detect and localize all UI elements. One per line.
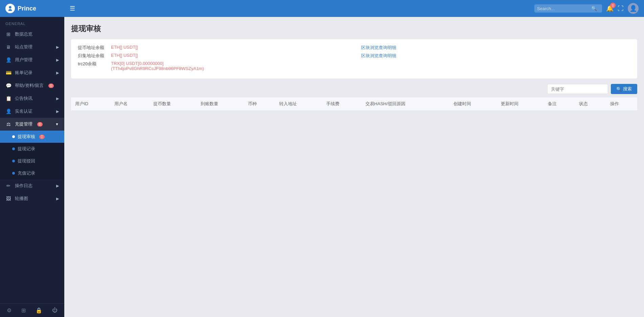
scale-icon: ⚖: [5, 121, 12, 127]
content-area: 提现审核 提币地址余额 ETH[] USDT[] 归集地址余额 ETH[] US…: [64, 17, 644, 317]
info-row-link2: 区块浏览查询明细: [361, 53, 631, 59]
info-col-left: 提币地址余额 ETH[] USDT[] 归集地址余额 ETH[] USDT[] …: [78, 45, 348, 73]
sidebar-item-deposit-manage[interactable]: ⚖ 充提管理 0 ▼: [0, 118, 64, 131]
sidebar-label-site: 站点管理: [15, 44, 32, 50]
submenu-withdraw-record[interactable]: 提现记录: [0, 143, 64, 155]
collect-address-label: 归集地址余额: [78, 53, 108, 59]
table-head: 用户ID 用户名 提币数量 到账数量 币种 转入地址 手续费 交易HASH/驳回…: [71, 97, 637, 111]
sidebar-label-help: 帮助/资料/留言: [15, 83, 44, 89]
chevron-right-icon: ▶: [56, 45, 59, 49]
sidebar-item-user-manage[interactable]: 👤 用户管理 ▶: [0, 53, 64, 66]
table-header-row: 用户ID 用户名 提币数量 到账数量 币种 转入地址 手续费 交易HASH/驳回…: [71, 97, 637, 111]
bell-badge: 0: [610, 3, 616, 8]
settings-icon[interactable]: ⚙: [7, 307, 12, 314]
logo-area: Prince: [5, 4, 70, 13]
col-created-time: 创建时间: [449, 97, 497, 111]
logo-icon: [5, 4, 15, 13]
sidebar: GENERAL ⊞ 数据总览 🖥 站点管理 ▶ 👤 用户管理 ▶ 💳 账单记录 …: [0, 17, 64, 317]
sidebar-item-carousel[interactable]: 🖼 轮播图 ▶: [0, 192, 64, 205]
info-row-withdraw: 提币地址余额 ETH[] USDT[]: [78, 45, 348, 51]
chevron-right-icon6: ▶: [56, 184, 59, 188]
search-submit-icon: 🔍: [616, 87, 622, 92]
table-search-bar: 🔍 搜索: [71, 84, 637, 94]
blockchain-link-2[interactable]: 区块浏览查询明细: [361, 53, 396, 59]
power-icon[interactable]: ⏻: [52, 307, 58, 314]
grid-icon[interactable]: ⊞: [21, 307, 26, 314]
col-username: 用户名: [110, 97, 150, 111]
sidebar-item-operation-log[interactable]: ✏ 操作日志 ▶: [0, 179, 64, 192]
page-title: 提现审核: [71, 24, 637, 34]
withdraw-address-value: ETH[] USDT[]: [111, 45, 138, 50]
submenu-label-withdraw-record: 提现记录: [18, 146, 35, 152]
sidebar-label-user: 用户管理: [15, 57, 32, 63]
table-wrapper: 用户ID 用户名 提币数量 到账数量 币种 转入地址 手续费 交易HASH/驳回…: [71, 97, 637, 111]
help-icon: 💬: [5, 83, 12, 88]
top-header: Prince ☰ 🔍 🔔 0 ⛶ 👤: [0, 0, 644, 17]
user-icon: 👤: [5, 57, 12, 63]
submenu-label-recharge: 充值记录: [18, 170, 35, 176]
sidebar-label-log: 操作日志: [15, 183, 32, 189]
sidebar-bottom: ⚙ ⊞ 🔒 ⏻: [0, 303, 64, 317]
sidebar-label-account: 账单记录: [15, 70, 32, 76]
blockchain-link-1[interactable]: 区块浏览查询明细: [361, 45, 396, 51]
user-avatar[interactable]: 👤: [628, 3, 639, 14]
col-action: 操作: [606, 97, 637, 111]
sidebar-label-kyc: 实名认证: [15, 108, 32, 114]
col-transfer-address: 转入地址: [275, 97, 323, 111]
submenu-withdraw-audit[interactable]: 提现审核 0: [0, 131, 64, 143]
header-right: 🔍 🔔 0 ⛶ 👤: [534, 3, 639, 14]
info-card: 提币地址余额 ETH[] USDT[] 归集地址余额 ETH[] USDT[] …: [71, 39, 637, 78]
withdraw-address-label: 提币地址余额: [78, 45, 108, 51]
chevron-right-icon2: ▶: [56, 58, 59, 62]
help-badge: 0: [48, 84, 54, 88]
col-status: 状态: [575, 97, 606, 111]
app-name: Prince: [18, 5, 36, 12]
sidebar-item-kyc[interactable]: 👤 实名认证 ▶: [0, 105, 64, 118]
sidebar-item-dashboard[interactable]: ⊞ 数据总览: [0, 28, 64, 41]
col-user-id: 用户ID: [71, 97, 110, 111]
keyword-input[interactable]: [547, 84, 608, 94]
submenu-dot-2: [12, 148, 15, 150]
chevron-right-icon3: ▶: [56, 71, 59, 75]
search-icon[interactable]: 🔍: [591, 6, 597, 11]
main-layout: GENERAL ⊞ 数据总览 🖥 站点管理 ▶ 👤 用户管理 ▶ 💳 账单记录 …: [0, 17, 644, 317]
sidebar-item-account-record[interactable]: 💳 账单记录 ▶: [0, 66, 64, 79]
submenu-dot-4: [12, 172, 15, 175]
info-row-link1: 区块浏览查询明细: [361, 45, 631, 51]
account-icon: 💳: [5, 70, 12, 75]
dashboard-icon: ⊞: [5, 31, 12, 37]
info-col-right: 区块浏览查询明细 区块浏览查询明细: [361, 45, 631, 73]
lock-icon[interactable]: 🔒: [36, 307, 42, 314]
col-tx-hash: 交易HASH/驳回原因: [361, 97, 449, 111]
carousel-icon: 🖼: [5, 196, 12, 201]
chevron-right-icon7: ▶: [56, 197, 59, 201]
submenu-recharge-record[interactable]: 充值记录: [0, 167, 64, 179]
search-submit-button[interactable]: 🔍 搜索: [611, 84, 637, 94]
submenu-withdraw-query[interactable]: 提现驳回: [0, 155, 64, 167]
withdraw-audit-badge: 0: [39, 135, 45, 139]
submenu-dot-1: [12, 135, 15, 138]
announcement-icon: 📋: [5, 96, 12, 101]
sidebar-label-announcement: 公告快讯: [15, 95, 32, 101]
search-input[interactable]: [537, 6, 591, 11]
notification-bell[interactable]: 🔔 0: [606, 5, 614, 12]
sidebar-label-deposit: 充提管理: [15, 121, 32, 127]
sidebar-item-help[interactable]: 💬 帮助/资料/留言 0: [0, 79, 64, 92]
info-row-collect: 归集地址余额 ETH[] USDT[]: [78, 53, 348, 59]
fullscreen-icon[interactable]: ⛶: [618, 5, 624, 12]
data-table: 用户ID 用户名 提币数量 到账数量 币种 转入地址 手续费 交易HASH/驳回…: [71, 97, 637, 111]
chevron-down-icon: ▼: [55, 122, 59, 126]
menu-toggle-icon[interactable]: ☰: [70, 5, 75, 12]
sidebar-item-site-manage[interactable]: 🖥 站点管理 ▶: [0, 41, 64, 53]
deposit-submenu: 提现审核 0 提现记录 提现驳回 充值记录: [0, 131, 64, 179]
col-remark: 备注: [544, 97, 575, 111]
log-icon: ✏: [5, 183, 12, 188]
submenu-dot-3: [12, 160, 15, 162]
search-submit-label: 搜索: [623, 86, 632, 92]
sidebar-label-carousel: 轮播图: [15, 196, 28, 202]
sidebar-item-announcement[interactable]: 📋 公告快讯 ▶: [0, 92, 64, 105]
chevron-right-icon4: ▶: [56, 96, 59, 101]
submenu-label-withdraw-audit: 提现审核: [18, 134, 35, 140]
svg-point-0: [9, 6, 11, 8]
site-icon: 🖥: [5, 44, 12, 50]
